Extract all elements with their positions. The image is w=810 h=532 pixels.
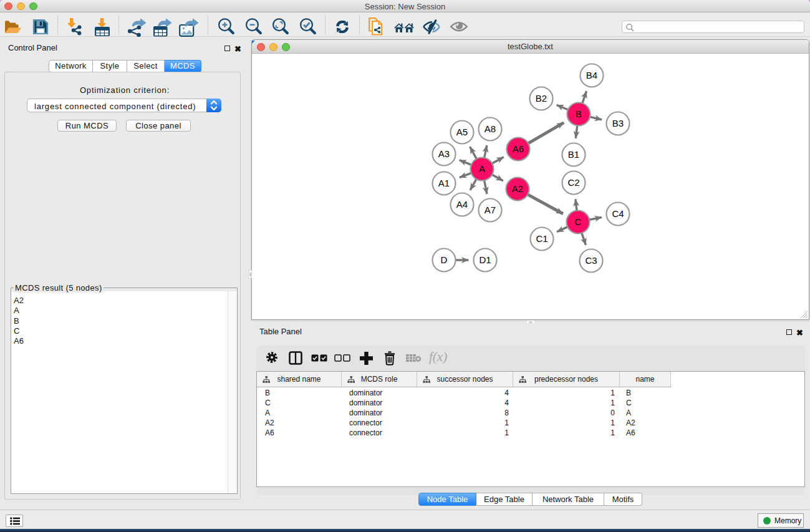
svg-text:B1: B1 <box>568 149 579 160</box>
svg-text:A4: A4 <box>456 199 468 210</box>
svg-text:A3: A3 <box>438 148 450 159</box>
svg-text:C1: C1 <box>536 233 547 244</box>
svg-text:C4: C4 <box>612 208 624 219</box>
svg-text:B3: B3 <box>612 118 624 128</box>
svg-text:A2: A2 <box>512 183 523 194</box>
svg-text:C: C <box>575 216 582 227</box>
svg-text:C3: C3 <box>585 255 597 266</box>
svg-text:B2: B2 <box>536 93 547 104</box>
svg-text:C2: C2 <box>567 177 579 188</box>
svg-text:A6: A6 <box>513 143 524 154</box>
svg-text:D1: D1 <box>479 254 491 265</box>
svg-text:A1: A1 <box>438 178 450 188</box>
svg-text:D: D <box>441 254 448 265</box>
svg-text:A: A <box>479 163 485 174</box>
svg-text:B: B <box>576 109 582 119</box>
svg-text:A7: A7 <box>485 205 496 215</box>
svg-text:A8: A8 <box>485 123 496 134</box>
svg-text:A5: A5 <box>456 127 468 137</box>
svg-text:B4: B4 <box>586 70 597 80</box>
